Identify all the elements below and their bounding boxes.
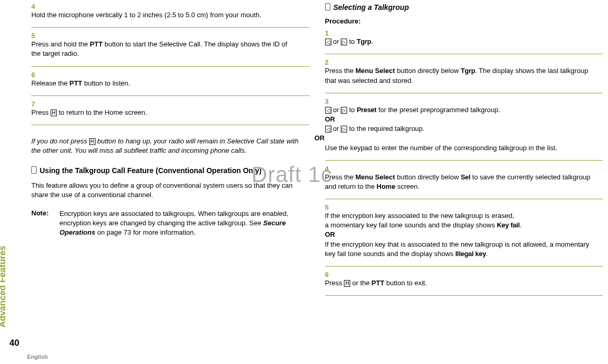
- note-content: Encryption keys are associated to talkgr…: [59, 209, 309, 238]
- step-text: Release the PTT button to listen.: [31, 79, 298, 88]
- step-3: 3 ◁ or ▷ to Preset for the preset prepro…: [325, 98, 603, 155]
- note-block: Note: Encryption keys are associated to …: [31, 209, 309, 238]
- step-5: 5 Press and hold the PTT button to start…: [31, 32, 309, 60]
- tgrp-term: Tgrp: [356, 38, 371, 45]
- divider: [325, 266, 603, 266]
- right-arrow-icon: ▷: [341, 107, 347, 114]
- step-text: If the encryption key associated to the …: [325, 211, 592, 259]
- step-6r: 6 Press H or the PTT button to exit.: [325, 271, 603, 290]
- ptt-term: PTT: [90, 40, 103, 48]
- english-label: English: [27, 354, 48, 360]
- ptt-term: PTT: [372, 279, 385, 287]
- step-num: 7: [31, 100, 42, 108]
- step-7: 7 Press H to return to the Home screen.: [31, 100, 309, 119]
- talkgroup-heading: Using the Talkgroup Call Feature (Conven…: [31, 166, 309, 175]
- text: button to listen.: [82, 79, 130, 87]
- ptt-term: PTT: [69, 79, 82, 87]
- step-4r: 4 Press the Menu Select button directly …: [325, 165, 603, 193]
- procedure-icon: [325, 3, 330, 10]
- left-arrow-icon: ◁: [325, 39, 331, 45]
- step-text: Press the Menu Select button directly be…: [325, 66, 592, 85]
- left-column: 4 Hold the microphone vertically 1 to 2 …: [31, 3, 309, 348]
- step-text: ◁ or ▷ to Tgrp.: [325, 37, 592, 46]
- text: Press the: [325, 67, 356, 75]
- divider: [325, 93, 603, 93]
- procedure-label: Procedure:: [325, 17, 603, 25]
- step-num: 1: [325, 29, 336, 37]
- text: button directly below: [395, 173, 461, 181]
- step-num: 4: [31, 3, 42, 10]
- text: .: [486, 250, 488, 258]
- hangup-note: If you do not press H button to hang up,…: [31, 137, 309, 155]
- step-text: Press and hold the PTT button to start t…: [31, 40, 298, 58]
- content-columns: 4 Hold the microphone vertically 1 to 2 …: [26, 0, 608, 364]
- text: Press: [325, 279, 344, 287]
- sel-term: Sel: [461, 173, 471, 181]
- text: Press: [31, 108, 51, 116]
- procedure-icon: [31, 166, 37, 174]
- right-arrow-icon: ▷: [341, 126, 347, 132]
- right-arrow-icon: ▷: [341, 39, 347, 45]
- tgrp-term: Tgrp: [461, 67, 475, 75]
- text: Release the: [31, 79, 69, 87]
- home-icon: H: [89, 138, 96, 145]
- text: for the preset preprogrammed talkgroup.: [376, 106, 500, 114]
- keyfail-term: Key fail: [497, 221, 520, 229]
- menu-select-term: Menu Select: [355, 173, 395, 181]
- text: Press the: [325, 173, 356, 181]
- text: or: [331, 125, 341, 132]
- text: If the encryption key associated to the …: [325, 212, 515, 220]
- step-1: 1 ◁ or ▷ to Tgrp.: [325, 29, 603, 48]
- text: .: [520, 221, 522, 229]
- step-text: Press H to return to the Home screen.: [31, 108, 298, 117]
- divider: [325, 199, 603, 199]
- step-num: 5: [325, 203, 336, 211]
- text: or: [331, 106, 341, 114]
- text: to: [347, 38, 356, 45]
- menu-select-term: Menu Select: [355, 67, 395, 75]
- step-2: 2 Press the Menu Select button directly …: [325, 58, 603, 87]
- text: a momentary key fail tone sounds and the…: [325, 221, 497, 229]
- step-num: 5: [31, 32, 42, 40]
- divider: [325, 54, 603, 54]
- divider: [31, 27, 309, 28]
- step-num: 2: [325, 58, 336, 66]
- divider: [31, 66, 309, 67]
- text: button to exit.: [384, 279, 427, 287]
- step-text: Press H or the PTT button to exit.: [325, 278, 592, 288]
- heading-text: Using the Talkgroup Call Feature (Conven…: [40, 166, 261, 175]
- text: Use the keypad to enter the number of th…: [325, 144, 557, 152]
- or-text: OR: [325, 230, 336, 238]
- step-6: 6 Release the PTT button to listen.: [31, 71, 309, 90]
- text: or the: [350, 279, 371, 287]
- text: Encryption keys are associated to talkgr…: [59, 210, 289, 227]
- text: or: [331, 38, 341, 45]
- step-num: 6: [325, 271, 336, 278]
- step-text: Press the Menu Select button directly be…: [325, 173, 592, 191]
- page-number: 40: [9, 338, 19, 348]
- text: If you do not press: [31, 137, 89, 145]
- text: button directly below: [395, 67, 461, 75]
- left-arrow-icon: ◁: [325, 126, 331, 132]
- step-5r: 5 If the encryption key associated to th…: [325, 203, 603, 261]
- step-num: 4: [325, 165, 336, 173]
- step-4: 4 Hold the microphone vertically 1 to 2 …: [31, 3, 309, 22]
- divider: [325, 295, 603, 296]
- text: screen.: [396, 183, 420, 190]
- home-icon: H: [51, 110, 57, 116]
- or-text: OR: [315, 134, 325, 142]
- divider: [31, 95, 309, 96]
- text: Press and hold the: [31, 40, 90, 48]
- illegalkey-term: Illegal key: [456, 250, 486, 258]
- selecting-heading: Selecting a Talkgroup: [325, 3, 603, 12]
- page-container: Advanced Features 40 4 Hold the micropho…: [0, 0, 608, 364]
- step-num: 3: [325, 98, 336, 105]
- section-label: Advanced Features: [0, 246, 8, 327]
- sidebar: Advanced Features 40: [0, 0, 26, 364]
- heading-text: Selecting a Talkgroup: [333, 3, 409, 12]
- divider: [325, 160, 603, 161]
- right-column: Selecting a Talkgroup Procedure: 1 ◁ or …: [325, 3, 603, 348]
- talkgroup-paragraph: This feature allows you to define a grou…: [31, 181, 309, 200]
- divider: [31, 125, 309, 125]
- text: on page 73 for more information.: [96, 228, 196, 236]
